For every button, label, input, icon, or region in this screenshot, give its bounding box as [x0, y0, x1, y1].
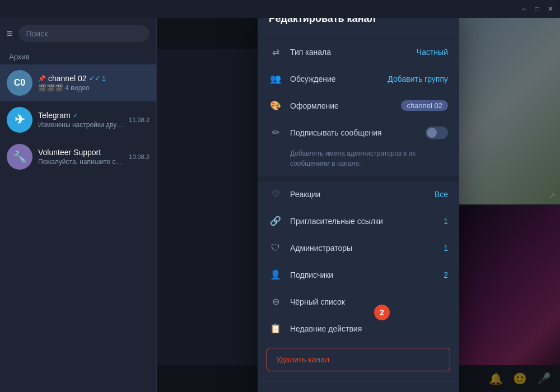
reactions-value: Все: [435, 190, 448, 199]
chat-preview-volunteer: Пожалуйста, напишите свой вопрос н...: [38, 158, 123, 166]
pin-icon: 📌: [38, 75, 46, 82]
archive-label: Архив: [0, 49, 156, 64]
reactions-label: Реакции: [290, 190, 427, 199]
cancel-button[interactable]: Отмена: [352, 389, 389, 393]
modal-row-blacklist[interactable]: ⊖ Чёрный список: [258, 288, 459, 315]
modal-row-recent-actions[interactable]: 📋 Недавние действия: [258, 315, 459, 342]
admins-icon: 🛡: [269, 241, 282, 255]
modal-overlay: 2 Редактировать канал ⇄ Тип канала Частн…: [157, 18, 560, 392]
check-mark: ✓✓: [89, 74, 100, 82]
sign-messages-label: Подписывать сообщения: [290, 128, 418, 137]
subscribers-value: 2: [444, 270, 448, 279]
chat-name-channel02: 📌 channel 02 ✓✓ 1: [38, 74, 150, 83]
chat-meta-volunteer: 10.08.2: [129, 153, 150, 160]
minimize-button[interactable]: −: [520, 5, 528, 13]
subscribers-icon: 👤: [269, 268, 282, 282]
recent-actions-icon: 📋: [269, 322, 282, 335]
sidebar: ≡ Поиск Архив C0 📌 channel 02 ✓✓ 1 🎬🎬🎬 4…: [0, 18, 157, 392]
chat-name-volunteer: Volunteer Support: [38, 148, 123, 157]
chat-meta-telegram: 11.08.2: [129, 116, 150, 123]
sign-messages-icon: ✏: [269, 126, 282, 139]
invite-links-label: Пригласительные ссылки: [290, 217, 436, 226]
channel-type-value: Частный: [417, 48, 448, 57]
admins-value: 1: [444, 244, 448, 253]
design-label: Оформление: [290, 101, 393, 110]
modal-row-sign-messages[interactable]: ✏ Подписывать сообщения: [258, 119, 459, 146]
modal-row-design[interactable]: 🎨 Оформление channel 02: [258, 92, 459, 119]
modal-row-discussion[interactable]: 👥 Обсуждение Добавить группу: [258, 66, 459, 92]
delete-channel-label: Удалить канал: [276, 355, 329, 364]
save-button[interactable]: Сохранить: [400, 389, 448, 393]
annotation-circle-2: 2: [374, 305, 390, 320]
avatar-channel02: C0: [7, 70, 32, 96]
edit-channel-modal: Редактировать канал ⇄ Тип канала Частный…: [258, 18, 459, 392]
chat-info-channel02: 📌 channel 02 ✓✓ 1 🎬🎬🎬 4 видео: [38, 74, 150, 92]
discussion-label: Обсуждение: [290, 74, 380, 83]
discussion-icon: 👥: [269, 72, 282, 86]
chat-view: 🔍 📺 ⊞ ⋮ 👁 2 12:17 ↗ 1: [157, 18, 560, 392]
blacklist-icon: ⊖: [269, 295, 282, 309]
modal-divider: [258, 176, 459, 181]
sidebar-header: ≡ Поиск: [0, 18, 156, 49]
avatar-volunteer: 🔧: [7, 144, 32, 170]
chat-name-telegram: Telegram ✓: [38, 111, 123, 120]
chat-item-volunteer[interactable]: 🔧 Volunteer Support Пожалуйста, напишите…: [0, 138, 156, 175]
chat-info-telegram: Telegram ✓ Изменены настройки двухэтапно…: [38, 111, 123, 129]
discussion-value: Добавить группу: [388, 74, 448, 83]
modal-row-subscribers[interactable]: 👤 Подписчики 2: [258, 262, 459, 288]
search-placeholder: Поиск: [26, 29, 48, 38]
modal-row-channel-type[interactable]: ⇄ Тип канала Частный: [258, 39, 459, 66]
design-icon: 🎨: [269, 99, 282, 113]
blacklist-label: Чёрный список: [290, 297, 448, 306]
toggle-knob: [427, 128, 437, 138]
verified-icon: ✓: [73, 112, 78, 119]
channel-type-label: Тип канала: [290, 48, 409, 57]
avatar-telegram: ✈: [7, 107, 32, 133]
maximize-button[interactable]: □: [533, 5, 541, 13]
modal-sign-description: Добавлять имена администраторов к их соо…: [258, 146, 459, 176]
invite-links-icon: 🔗: [269, 214, 282, 228]
design-value: channel 02: [401, 100, 448, 111]
sign-messages-toggle[interactable]: [426, 127, 448, 139]
modal-row-admins[interactable]: 🛡 Администраторы 1: [258, 235, 459, 262]
reactions-icon: ♡: [269, 188, 282, 201]
modal-body: ⇄ Тип канала Частный 👥 Обсуждение Добави…: [258, 34, 459, 381]
unread-badge: 1: [102, 75, 106, 82]
window-chrome: − □ ✕: [0, 0, 560, 18]
app-layout: ≡ Поиск Архив C0 📌 channel 02 ✓✓ 1 🎬🎬🎬 4…: [0, 18, 560, 392]
invite-links-value: 1: [444, 217, 448, 226]
close-button[interactable]: ✕: [547, 5, 554, 13]
search-box[interactable]: Поиск: [18, 25, 150, 42]
modal-row-reactions[interactable]: ♡ Реакции Все: [258, 181, 459, 208]
modal-row-invite-links[interactable]: 🔗 Пригласительные ссылки 1: [258, 208, 459, 235]
channel-type-icon: ⇄: [269, 45, 282, 59]
admins-label: Администраторы: [290, 244, 436, 253]
chat-preview-telegram: Изменены настройки двухэтапной ау...: [38, 121, 123, 129]
chat-info-volunteer: Volunteer Support Пожалуйста, напишите с…: [38, 148, 123, 166]
subscribers-label: Подписчики: [290, 270, 436, 279]
delete-channel-row[interactable]: Удалить канал: [267, 348, 450, 371]
chat-item-telegram[interactable]: ✈ Telegram ✓ Изменены настройки двухэтап…: [0, 101, 156, 138]
chat-item-channel02[interactable]: C0 📌 channel 02 ✓✓ 1 🎬🎬🎬 4 видео: [0, 64, 156, 101]
chat-list: C0 📌 channel 02 ✓✓ 1 🎬🎬🎬 4 видео ✈ T: [0, 64, 156, 392]
modal-footer: Отмена Сохранить: [258, 381, 459, 393]
chat-preview-channel02: 🎬🎬🎬 4 видео: [38, 84, 150, 92]
modal-title: Редактировать канал: [258, 18, 459, 34]
recent-actions-label: Недавние действия: [290, 324, 448, 333]
menu-icon[interactable]: ≡: [7, 28, 13, 40]
